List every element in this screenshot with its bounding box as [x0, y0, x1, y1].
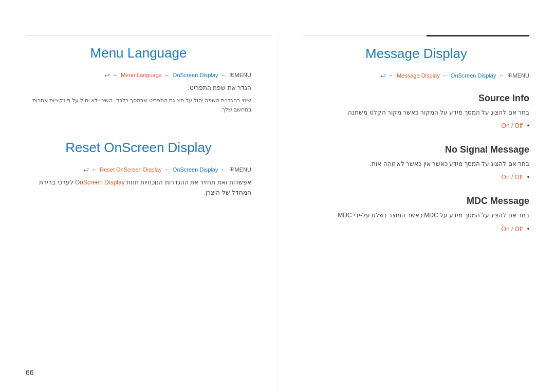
no-signal-subsection: No Signal Message בחר אם להציג על המסך מ…: [303, 144, 529, 181]
bc-menu-language: Menu Language: [121, 72, 162, 78]
source-info-on-off: On / Off: [502, 122, 523, 129]
message-display-section: Message Display ⮐ ← Message Display ← On…: [303, 46, 529, 233]
enter-icon2: ⮐: [83, 166, 89, 173]
enter-icon3: ⮐: [380, 72, 386, 79]
bc-arrow6: ←: [219, 166, 228, 173]
bc-arrow3: ←: [219, 72, 228, 78]
reset-onscreen-breadcrumb: ⮐ ← Reset OnScreen Display ← OnScreen Di…: [26, 166, 251, 173]
bc-onscreen3: OnScreen Display: [451, 72, 496, 79]
mdc-bullet: •: [527, 226, 529, 233]
bc-arrow2: ←: [163, 72, 172, 78]
bc-onscreen2: OnScreen Display: [173, 166, 218, 173]
source-info-on-off-line: On / Off •: [303, 121, 529, 130]
bc-menu-icon1: ⊞: [229, 71, 234, 78]
bc-arrow5: ←: [163, 166, 172, 173]
bc-menu1: MENU: [235, 72, 251, 78]
mdc-on-off-line: On / Off •: [303, 224, 529, 233]
bc-arrow7: ←: [387, 72, 396, 79]
menu-language-breadcrumb: ⮐ ← Menu Language ← OnScreen Display ← ⊞…: [26, 71, 251, 78]
no-signal-desc: בחר אם להציג על המסך מידע כאשר אין כאשר …: [303, 159, 529, 169]
bc-arrow1: ←: [111, 72, 120, 78]
reset-onscreen-desc: אפשרות זאת תחזיר את ההגדרות הנוכחיות תחת…: [26, 178, 251, 197]
reset-onscreen-section: Reset OnScreen Display ⮐ ← Reset OnScree…: [26, 140, 251, 197]
reset-onscreen-title: Reset OnScreen Display: [26, 140, 251, 156]
menu-language-title: Menu Language: [26, 45, 251, 61]
message-display-title: Message Display: [303, 46, 529, 62]
menu-language-desc1: הגדר את שפת התפריט.: [26, 83, 251, 93]
bc-arrow4: ←: [90, 166, 99, 173]
no-signal-on-off: On / Off: [502, 174, 523, 181]
source-info-bullet: •: [527, 122, 529, 129]
right-column: Message Display ⮐ ← Message Display ← On…: [278, 35, 555, 392]
divider-right: [427, 35, 529, 36]
divider-left: [26, 35, 272, 35]
bc-menu-icon2: ⊞: [229, 166, 234, 173]
mdc-message-subsection: MDC Message בחר אם להציג על המסך מידע על…: [303, 196, 529, 233]
message-display-breadcrumb: ⮐ ← Message Display ← OnScreen Display ←…: [303, 72, 529, 79]
mdc-message-desc: בחר אם להציג על המסך מידע על MDC כאשר המ…: [303, 211, 529, 220]
onscreen-inline: OnScreen Display: [75, 179, 125, 186]
no-signal-heading: No Signal Message: [303, 144, 529, 155]
page-number: 66: [26, 368, 34, 377]
menu-language-section: Menu Language ⮐ ← Menu Language ← OnScre…: [26, 45, 251, 114]
mdc-on-off: On / Off: [502, 226, 523, 233]
bc-menu3: MENU: [513, 72, 529, 79]
bc-menu2: MENU: [235, 166, 251, 173]
source-info-subsection: Source Info בחר אם להציג על המסך מידע על…: [303, 93, 529, 130]
mdc-message-heading: MDC Message: [303, 196, 529, 207]
bc-reset: Reset OnScreen Display: [100, 166, 161, 173]
bc-menu-icon3: ⊞: [507, 72, 512, 79]
no-signal-on-off-line: On / Off •: [303, 172, 529, 181]
enter-icon: ⮐: [104, 72, 110, 78]
bc-arrow9: ←: [497, 72, 506, 79]
bc-arrow8: ←: [441, 72, 450, 79]
source-info-heading: Source Info: [303, 93, 529, 104]
no-signal-bullet: •: [527, 174, 529, 181]
bc-message-display: Message Display: [397, 72, 440, 79]
bc-onscreen1: OnScreen Display: [173, 72, 218, 78]
left-column: Menu Language ⮐ ← Menu Language ← OnScre…: [0, 35, 278, 392]
source-info-desc: בחר אם להציג על המסך מידע על המקור כאשר …: [303, 108, 529, 118]
menu-language-desc2: שינוי בהגדרת השפה יחול על תצוגת התפריט ש…: [26, 96, 251, 114]
